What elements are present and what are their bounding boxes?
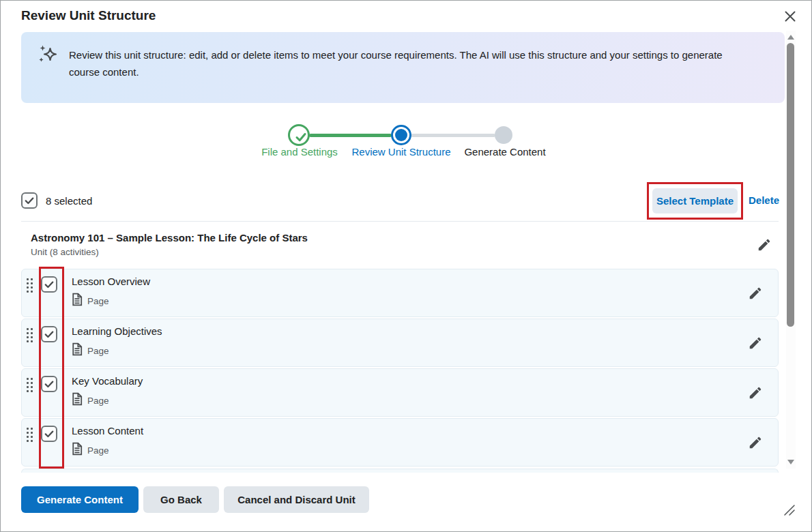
item-title: Learning Objectives: [72, 325, 162, 337]
resize-grip-icon[interactable]: [783, 503, 798, 518]
list-item: Learning Objectives Page: [21, 319, 779, 367]
ai-sparkle-icon: [38, 44, 59, 65]
item-type-label: Page: [87, 445, 109, 456]
page-document-icon: [72, 442, 83, 458]
item-title: Key Vocabulary: [72, 375, 143, 387]
wizard-stepper: File and Settings Review Unit Structure …: [246, 123, 567, 162]
scroll-up-icon[interactable]: [787, 35, 794, 40]
generate-content-button[interactable]: Generate Content: [21, 486, 139, 513]
step-generate-content: Generate Content: [464, 146, 545, 158]
select-all-checkbox[interactable]: [21, 192, 38, 209]
vertical-scrollbar[interactable]: [786, 31, 796, 469]
item-edit-pencil-icon[interactable]: [748, 385, 763, 400]
unit-edit-pencil-icon[interactable]: [757, 237, 772, 252]
step-file-and-settings: File and Settings: [261, 146, 338, 158]
page-title: Review Unit Structure: [21, 8, 156, 23]
item-edit-pencil-icon[interactable]: [748, 286, 763, 301]
item-type-label: Page: [87, 396, 109, 406]
item-edit-pencil-icon[interactable]: [748, 336, 763, 351]
stepper-connector-complete: [309, 134, 392, 137]
next-row-partial: [21, 469, 779, 473]
banner-message: Review this unit structure: edit, add or…: [69, 46, 744, 80]
close-icon[interactable]: [783, 9, 798, 24]
page-document-icon: [72, 342, 83, 359]
divider: [21, 221, 779, 222]
drag-handle-icon[interactable]: [27, 328, 33, 342]
list-item: Lesson Content Page: [21, 418, 779, 467]
review-unit-structure-dialog: Review Unit Structure Review this unit s…: [0, 0, 812, 532]
current-step-icon: [391, 125, 411, 145]
page-document-icon: [72, 392, 83, 409]
item-title: Lesson Overview: [72, 276, 150, 287]
page-document-icon: [72, 293, 83, 309]
scroll-down-icon[interactable]: [787, 460, 794, 464]
check-circle-icon: [288, 124, 310, 146]
item-edit-pencil-icon[interactable]: [748, 435, 763, 450]
drag-handle-icon[interactable]: [27, 378, 33, 392]
list-item: Lesson Overview Page: [21, 269, 779, 317]
go-back-button[interactable]: Go Back: [143, 486, 219, 513]
item-type-label: Page: [87, 296, 109, 306]
item-checkbox[interactable]: [41, 276, 57, 293]
item-checkbox[interactable]: [41, 326, 57, 342]
drag-handle-icon[interactable]: [27, 278, 33, 293]
item-title: Lesson Content: [72, 425, 143, 437]
item-type-label: Page: [87, 346, 109, 356]
item-checkbox[interactable]: [41, 376, 57, 392]
list-item: Key Vocabulary Page: [21, 368, 779, 417]
upcoming-step-icon: [495, 126, 512, 144]
item-checkbox[interactable]: [41, 426, 57, 442]
select-template-button[interactable]: Select Template: [652, 188, 738, 213]
unit-title: Astronomy 101 – Sample Lesson: The Life …: [31, 232, 308, 243]
delete-link[interactable]: Delete: [749, 194, 779, 206]
scrollbar-thumb[interactable]: [787, 43, 794, 327]
ai-info-banner: Review this unit structure: edit, add or…: [21, 32, 785, 103]
stepper-connector-upcoming: [411, 134, 495, 137]
step-review-unit-structure: Review Unit Structure: [351, 146, 450, 158]
drag-handle-icon[interactable]: [27, 428, 33, 442]
selected-count-label: 8 selected: [46, 195, 92, 207]
unit-subtitle: Unit (8 activities): [31, 247, 99, 257]
cancel-discard-button[interactable]: Cancel and Discard Unit: [224, 486, 369, 513]
